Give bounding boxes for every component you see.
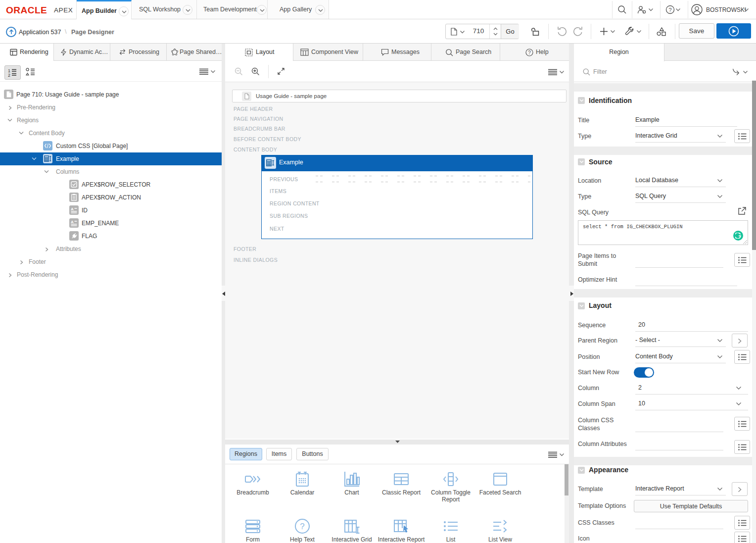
- svg-text:A: A: [71, 220, 74, 224]
- svg-text:2: 2: [8, 73, 10, 77]
- svg-text:?: ?: [300, 522, 304, 531]
- svg-text:?: ?: [668, 7, 671, 13]
- svg-text:?: ?: [528, 50, 531, 55]
- svg-text:A: A: [71, 207, 74, 211]
